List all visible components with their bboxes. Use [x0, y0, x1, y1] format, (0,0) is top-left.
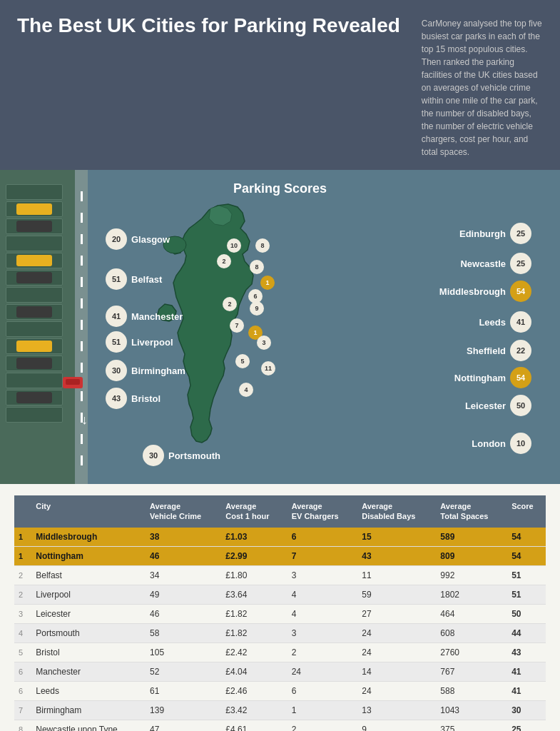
cell-cost: £3.42 [221, 700, 287, 720]
london-name: London [472, 438, 506, 449]
table-row: 1 Middlesbrough 38 £1.03 6 15 589 54 [14, 528, 546, 547]
cell-spaces: 588 [436, 681, 507, 700]
header-description: CarMoney analysed the top five busiest c… [422, 14, 543, 158]
col-disabled: AverageDisabled Bays [357, 495, 436, 528]
road-dash [81, 234, 83, 244]
parking-spaces [6, 184, 70, 423]
cell-spaces: 464 [436, 604, 507, 623]
cell-disabled: 13 [357, 700, 436, 720]
cell-rank: 8 [14, 720, 31, 731]
cell-ev: 4 [287, 604, 358, 623]
cell-disabled: 14 [357, 662, 436, 681]
map-dot-2b: 2 [223, 297, 237, 311]
nottingham-name: Nottingham [454, 373, 506, 383]
parking-space-occupied-dark [6, 218, 63, 234]
city-leeds: Leeds 41 [479, 311, 531, 333]
city-liverpool: 51 Liverpool [106, 331, 173, 353]
parking-space [6, 184, 63, 200]
col-crime: AverageVehicle Crime [146, 495, 221, 528]
city-london: London 10 [472, 433, 531, 454]
cell-score: 30 [507, 700, 546, 720]
cell-score: 25 [507, 720, 546, 731]
city-portsmouth: 30 Portsmouth [143, 445, 220, 466]
map-section: ↓ Parking Scores 20 Glasgow 51 Belfast 4… [0, 170, 560, 484]
city-nottingham: Nottingham 54 [454, 367, 531, 388]
col-score: Score [507, 495, 546, 528]
city-manchester: 41 Manchester [106, 306, 183, 327]
car-icon [63, 377, 83, 388]
manchester-name: Manchester [131, 311, 183, 322]
bristol-name: Bristol [131, 393, 161, 404]
newcastle-name: Newcastle [460, 258, 506, 269]
cell-spaces: 608 [436, 623, 507, 642]
map-dot-8a: 8 [255, 238, 270, 253]
col-spaces: AverageTotal Spaces [436, 495, 507, 528]
cell-ev: 4 [287, 585, 358, 604]
map-dot-9: 9 [250, 301, 264, 316]
cell-cost: £4.61 [221, 720, 287, 731]
city-newcastle: Newcastle 25 [460, 253, 531, 274]
cell-score: 41 [507, 681, 546, 700]
table-row: 1 Nottingham 46 £2.99 7 43 809 54 [14, 546, 546, 565]
cell-crime: 105 [146, 642, 221, 662]
edinburgh-name: Edinburgh [459, 228, 506, 239]
cell-cost: £4.04 [221, 662, 287, 681]
cell-score: 43 [507, 642, 546, 662]
cell-disabled: 15 [357, 528, 436, 547]
parking-space-occupied-dark [6, 270, 63, 286]
table-row: 2 Belfast 34 £1.80 3 11 992 51 [14, 565, 546, 585]
road-dash [81, 213, 83, 223]
road-dash [81, 341, 83, 351]
road-dash [81, 256, 83, 266]
table-row: 6 Manchester 52 £4.04 24 14 767 41 [14, 662, 546, 681]
cell-rank: 2 [14, 565, 31, 585]
road-dash [81, 391, 83, 401]
cell-score: 44 [507, 623, 546, 642]
cell-spaces: 809 [436, 546, 507, 565]
portsmouth-score: 30 [143, 445, 164, 466]
parking-space-occupied [6, 338, 63, 354]
map-title: Parking Scores [233, 181, 327, 196]
glasgow-score: 20 [106, 228, 127, 250]
city-belfast: 51 Belfast [106, 268, 162, 290]
table-row: 4 Portsmouth 58 £1.82 3 24 608 44 [14, 623, 546, 642]
cell-ev: 3 [287, 623, 358, 642]
map-dot-11: 11 [261, 361, 275, 375]
portsmouth-name: Portsmouth [168, 450, 220, 461]
cell-disabled: 27 [357, 604, 436, 623]
belfast-name: Belfast [131, 274, 162, 285]
table-row: 7 Birmingham 139 £3.42 1 13 1043 30 [14, 700, 546, 720]
sheffield-score: 22 [510, 340, 531, 361]
cell-cost: £2.42 [221, 642, 287, 662]
london-score: 10 [510, 433, 531, 454]
middlesbrough-score: 54 [510, 281, 531, 302]
cell-city: Nottingham [31, 546, 146, 565]
cell-crime: 52 [146, 662, 221, 681]
cell-cost: £1.80 [221, 565, 287, 585]
parking-space [6, 321, 63, 337]
cell-disabled: 24 [357, 681, 436, 700]
cell-score: 51 [507, 565, 546, 585]
road-dash [81, 320, 83, 330]
cell-crime: 46 [146, 546, 221, 565]
city-sheffield: Sheffield 22 [467, 340, 531, 361]
city-edinburgh: Edinburgh 25 [459, 223, 531, 244]
table-row: 3 Leicester 46 £1.82 4 27 464 50 [14, 604, 546, 623]
table-row: 2 Liverpool 49 £3.64 4 59 1802 51 [14, 585, 546, 604]
table-row: 8 Newcastle upon Tyne 47 £4.61 2 9 375 2… [14, 720, 546, 731]
parking-space-occupied [6, 253, 63, 268]
cell-crime: 49 [146, 585, 221, 604]
cell-score: 54 [507, 546, 546, 565]
cell-disabled: 9 [357, 720, 436, 731]
parking-space [6, 287, 63, 303]
cell-city: Portsmouth [31, 623, 146, 642]
cell-rank: 4 [14, 623, 31, 642]
cell-rank: 1 [14, 528, 31, 547]
cell-rank: 5 [14, 642, 31, 662]
data-table-section: City AverageVehicle Crime AverageCost 1 … [0, 484, 560, 731]
header-left: The Best UK Cities for Parking Revealed [17, 14, 400, 37]
bristol-score: 43 [106, 388, 127, 409]
cell-spaces: 375 [436, 720, 507, 731]
map-dot-10: 10 [227, 238, 241, 253]
cell-crime: 34 [146, 565, 221, 585]
